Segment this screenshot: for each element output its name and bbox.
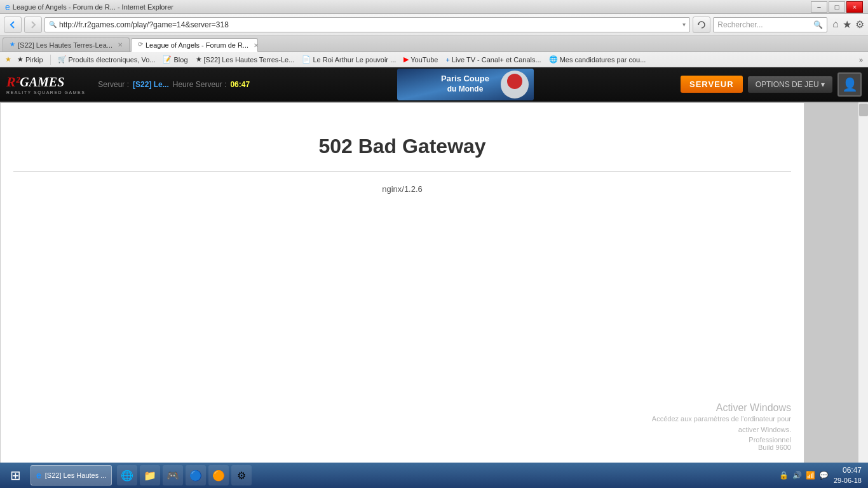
bookmark-blog-label: Blog: [173, 56, 187, 64]
tab-1-label: [S22] Les Hautes Terres-Lea...: [18, 41, 112, 49]
address-bar[interactable]: 🔍 http://fr.r2games.com/play/?game=14&se…: [44, 17, 690, 32]
bookmark-star-icon: ★: [5, 55, 11, 64]
bookmark-livetv-icon: +: [445, 56, 449, 64]
avatar[interactable]: 👤: [837, 72, 862, 97]
bookmark-produits[interactable]: 🛒 Produits électroniques, Vo...: [56, 55, 158, 64]
tabs-bar: ★ [S22] Les Hautes Terres-Lea... ✕ ⟳ Lea…: [0, 36, 868, 52]
bookmark-roi-label: Le Roi Arthur Le pouvoir ...: [313, 56, 396, 64]
bookmark-pirkip[interactable]: ★ Pirkip: [15, 55, 45, 64]
start-button[interactable]: ⊞: [3, 464, 28, 487]
window-title: League of Angels - Forum de R... - Inter…: [13, 3, 173, 11]
taskbar-quicklaunch: 🌐 📁 🎮 🔵 🟠 ⚙: [117, 465, 252, 485]
server-info: Serveur : [S22] Le... Heure Serveur : 06…: [98, 80, 250, 89]
server-label: Serveur :: [98, 80, 129, 89]
tab-1[interactable]: ★ [S22] Les Hautes Terres-Lea... ✕: [3, 37, 130, 51]
taskbar-right: 🔒 🔊 📶 💬 06:47 29-06-18: [779, 465, 865, 485]
title-bar-title: e League of Angels - Forum de R... - Int…: [5, 2, 173, 12]
activate-line1: Accédez aux paramètres de l'ordinateur p…: [652, 415, 791, 423]
bookmarks-more-button[interactable]: »: [859, 56, 863, 64]
server-button[interactable]: SERVEUR: [681, 76, 743, 93]
error-divider: [13, 171, 791, 172]
banner-image: Paris Coupe du Monde: [397, 69, 534, 100]
clock-time: 06:47: [834, 465, 862, 476]
taskbar-app5-icon[interactable]: 🟠: [208, 465, 229, 485]
activation-watermark: Activer Windows Accédez aux paramètres d…: [652, 402, 791, 451]
tray-security-icon[interactable]: 🔒: [779, 471, 789, 480]
back-button[interactable]: [4, 17, 22, 33]
refresh-button[interactable]: [693, 17, 710, 33]
bookmark-youtube-label: YouTube: [410, 56, 438, 64]
activate-title: Activer Windows: [652, 402, 791, 414]
bookmark-sep-1: [50, 55, 51, 65]
search-icon[interactable]: 🔍: [813, 20, 823, 29]
window-controls: − □ ×: [811, 1, 863, 13]
maximize-button[interactable]: □: [829, 1, 845, 13]
logo-r2: R²: [6, 74, 20, 90]
bookmark-s22[interactable]: ★ [S22] Les Hautes Terres-Le...: [194, 55, 297, 64]
game-actions: SERVEUR OPTIONS DE JEU ▾ 👤: [681, 72, 862, 97]
bookmark-pirkip-label: Pirkip: [25, 56, 43, 64]
toolbar-icons: ⌂ ★ ⚙: [832, 18, 864, 30]
content-wrapper: 502 Bad Gateway nginx/1.2.6 Activer Wind…: [0, 102, 868, 464]
server-name: [S22] Le...: [133, 80, 169, 89]
options-button[interactable]: OPTIONS DE JEU ▾: [748, 76, 832, 93]
title-bar: e League of Angels - Forum de R... - Int…: [0, 0, 868, 14]
start-icon: ⊞: [10, 468, 21, 483]
forward-button[interactable]: [24, 17, 42, 33]
navigation-bar: 🔍 http://fr.r2games.com/play/?game=14&se…: [0, 14, 868, 36]
taskbar-app6-icon[interactable]: ⚙: [231, 465, 252, 485]
favorites-icon[interactable]: ★: [843, 18, 851, 30]
bookmark-livetv[interactable]: + Live TV - Canal+ et Canals...: [444, 55, 543, 64]
system-tray-icons: 🔒 🔊 📶 💬: [779, 471, 829, 480]
tab-2-close[interactable]: ✕: [254, 42, 258, 49]
search-bar[interactable]: Rechercher... 🔍: [713, 17, 827, 32]
activate-line2: activer Windows.: [738, 426, 791, 433]
svg-text:du Monde: du Monde: [447, 85, 483, 93]
home-icon[interactable]: ⌂: [832, 18, 839, 30]
game-banner: Paris Coupe du Monde: [256, 69, 674, 100]
bookmark-candidatures[interactable]: 🌐 Mes candidatures par cou...: [547, 55, 648, 64]
activate-edition-text: Professionnel: [749, 436, 791, 444]
activate-build: Build 9600: [652, 444, 791, 451]
bookmark-pirkip-icon: ★: [17, 55, 24, 64]
tray-volume-icon[interactable]: 🔊: [792, 471, 802, 480]
scroll-thumb[interactable]: [859, 104, 868, 116]
tray-network-icon[interactable]: 📶: [806, 471, 815, 480]
taskbar-ie-icon[interactable]: 🌐: [117, 465, 137, 485]
game-toolbar: R² GAMES REALITY SQUARED GAMES Serveur :…: [0, 67, 868, 102]
tab-1-favicon: ★: [10, 41, 15, 50]
bookmark-youtube[interactable]: ▶ YouTube: [402, 55, 440, 64]
bookmark-candidatures-icon: 🌐: [549, 55, 558, 64]
bookmark-candidatures-label: Mes candidatures par cou...: [560, 56, 646, 64]
bookmark-blog-icon: 📝: [163, 55, 172, 64]
close-button[interactable]: ×: [846, 1, 863, 13]
bookmark-blog[interactable]: 📝 Blog: [161, 55, 189, 64]
taskbar-browser-item[interactable]: e [S22] Les Hautes ...: [31, 465, 112, 485]
bookmark-roi-icon: 📄: [302, 55, 311, 64]
address-icon: 🔍: [49, 21, 57, 28]
bookmark-roi[interactable]: 📄 Le Roi Arthur Le pouvoir ...: [300, 55, 398, 64]
avatar-icon: 👤: [842, 77, 858, 92]
scrollbar[interactable]: [858, 102, 868, 464]
bookmark-s22-label: [S22] Les Hautes Terres-Le...: [204, 56, 295, 64]
bookmark-livetv-label: Live TV - Canal+ et Canals...: [452, 56, 541, 64]
browser-icon: e: [5, 2, 10, 12]
tray-message-icon[interactable]: 💬: [819, 471, 829, 480]
settings-icon[interactable]: ⚙: [855, 18, 864, 30]
dropdown-icon[interactable]: ▾: [682, 21, 686, 28]
game-logo: R² GAMES REALITY SQUARED GAMES: [6, 74, 85, 95]
taskbar: ⊞ e [S22] Les Hautes ... 🌐 📁 🎮 🔵 🟠 ⚙ 🔒 🔊…: [0, 463, 868, 488]
logo-games: GAMES: [20, 75, 64, 90]
bookmarks-bar: ★ ★ Pirkip 🛒 Produits électroniques, Vo.…: [0, 52, 868, 67]
taskbar-app2-icon[interactable]: 📁: [140, 465, 160, 485]
error-body: nginx/1.2.6: [382, 184, 423, 194]
error-page: 502 Bad Gateway nginx/1.2.6: [1, 103, 804, 213]
minimize-button[interactable]: −: [811, 1, 827, 13]
taskbar-app3-icon[interactable]: 🎮: [163, 465, 183, 485]
tab-2[interactable]: ⟳ League of Angels - Forum de R... ✕: [131, 38, 258, 52]
svg-point-2: [507, 74, 522, 89]
tab-2-favicon: ⟳: [138, 41, 143, 50]
taskbar-app4-icon[interactable]: 🔵: [186, 465, 206, 485]
tab-1-close[interactable]: ✕: [118, 41, 123, 48]
server-time: 06:47: [230, 80, 250, 89]
